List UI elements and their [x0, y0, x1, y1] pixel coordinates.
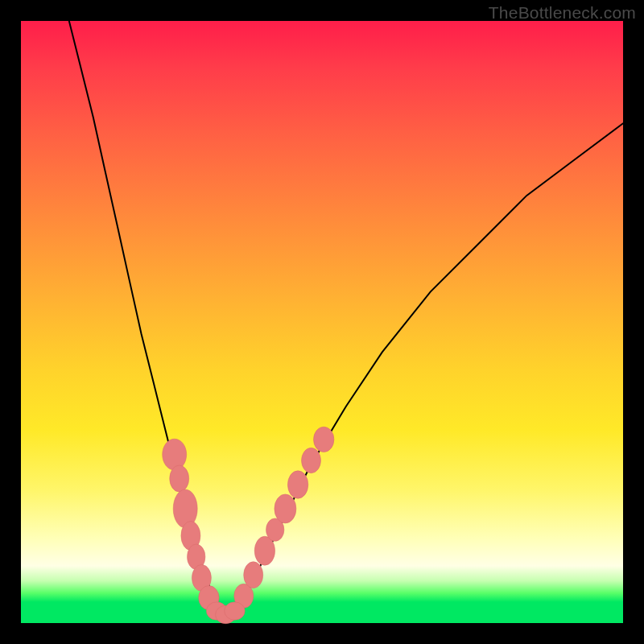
- plot-area: [21, 21, 623, 623]
- bead: [287, 471, 308, 498]
- bead-group: [163, 427, 334, 624]
- bead: [275, 494, 296, 523]
- bead: [302, 448, 321, 473]
- bead: [244, 562, 263, 588]
- bead: [314, 427, 334, 452]
- chart-frame: TheBottleneck.com: [0, 0, 644, 644]
- bead: [170, 465, 189, 492]
- bead: [225, 602, 245, 620]
- bead: [163, 439, 187, 470]
- bottleneck-curve: [69, 21, 623, 617]
- curve-svg: [21, 21, 623, 623]
- watermark-text: TheBottleneck.com: [489, 3, 636, 23]
